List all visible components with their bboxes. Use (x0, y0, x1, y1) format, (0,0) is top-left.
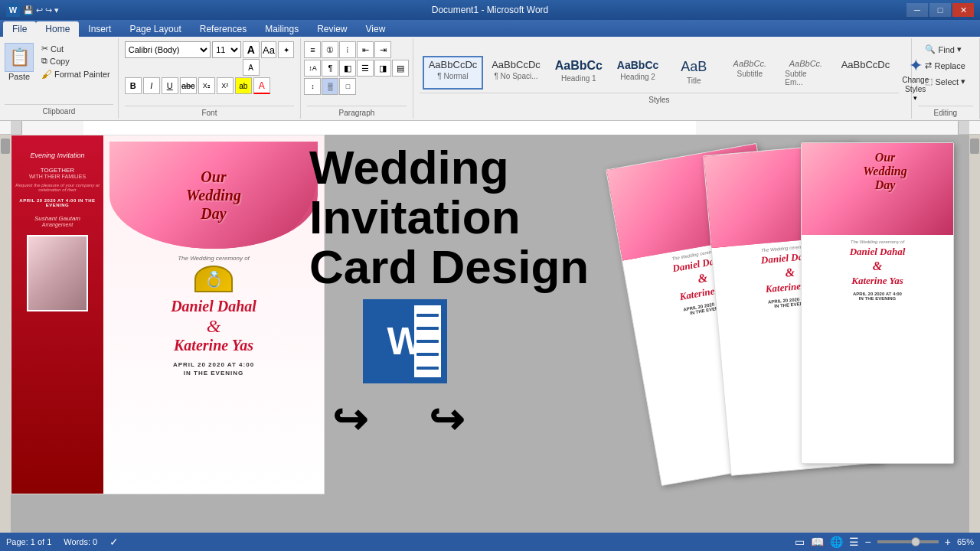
main-area: Evening Invitation TOGETHER WITH THEIR F… (0, 135, 980, 533)
zoom-out-button[interactable]: − (865, 536, 871, 548)
subscript-button[interactable]: X₂ (198, 77, 215, 94)
save-icon[interactable]: 💾 (23, 5, 34, 15)
superscript-button[interactable]: X² (217, 77, 234, 94)
italic-button[interactable]: I (143, 77, 160, 94)
paste-button[interactable]: 📋 Paste (5, 43, 34, 81)
style-heading1[interactable]: AaBbCc Heading 1 (549, 56, 609, 90)
font-group: Calibri (Body) 11 A A Aa ✦ B I U abc X₂ … (119, 38, 301, 119)
undo-icon[interactable]: ↩ (36, 5, 43, 15)
scrollbar-left[interactable] (0, 135, 11, 533)
style-subtitle[interactable]: AaBbCc. Subtitle (723, 56, 776, 90)
outline-icon[interactable]: ☰ (849, 536, 859, 548)
show-marks-button[interactable]: ¶ (322, 60, 338, 77)
find-button[interactable]: 🔍 Find ▾ (922, 43, 969, 56)
tab-mailings[interactable]: Mailings (256, 21, 308, 37)
style-title[interactable]: AaB Title (667, 56, 720, 90)
style-heading2-label: Heading 2 (620, 73, 655, 81)
logo-line-4 (416, 353, 439, 356)
date-text-left: APRIL 20 2020 AT 4:00 IN THE EVENING (15, 198, 100, 207)
justify-button[interactable]: ▤ (392, 60, 409, 77)
align-center-button[interactable]: ☰ (357, 60, 374, 77)
shading-button[interactable]: ▒ (322, 78, 338, 95)
copy-button[interactable]: ⧉ Copy (38, 55, 113, 67)
grow-font-button[interactable]: A (243, 41, 260, 58)
line-spacing-button[interactable]: ↕ (304, 78, 321, 95)
together-text: TOGETHER (41, 167, 74, 174)
quick-access-toolbar: 💾 ↩ ↪ ▾ (23, 5, 59, 15)
tab-file[interactable]: File (3, 21, 36, 37)
clear-format-button[interactable]: Aa (261, 41, 277, 58)
logo-line-2 (416, 327, 439, 330)
arrangement-text: Arrangement (42, 222, 73, 227)
web-layout-icon[interactable]: 🌐 (830, 536, 843, 548)
card-right-column: OurWeddingDay The Wedding ceremony of 💍 … (103, 135, 324, 494)
increase-indent-button[interactable]: ⇥ (374, 41, 391, 58)
clipboard-group: 📋 Paste ✂ Cut ⧉ Copy 🖌 Format Painter Cl… (0, 38, 119, 119)
font-family-select[interactable]: Calibri (Body) (125, 41, 211, 58)
window-controls: ─ □ ✕ (906, 3, 974, 17)
tab-review[interactable]: Review (308, 21, 356, 37)
shrink-font-button[interactable]: A (243, 59, 260, 76)
paste-icon: 📋 (5, 43, 34, 72)
title-line3: Card Design (309, 242, 616, 292)
bullets-button[interactable]: ≡ (304, 41, 321, 58)
katerine-yas-text: Katerine Yas (174, 337, 253, 354)
close-button[interactable]: ✕ (952, 3, 974, 17)
align-left-button[interactable]: ◧ (339, 60, 356, 77)
right-arrow: ↪ (429, 395, 464, 444)
numbering-button[interactable]: ① (322, 41, 338, 58)
print-layout-icon[interactable]: ▭ (795, 536, 805, 548)
flowers-area: OurWeddingDay (109, 142, 318, 249)
dropdown-icon[interactable]: ▾ (54, 5, 59, 15)
scissors-icon: ✂ (41, 44, 48, 54)
multilevel-button[interactable]: ⁝ (339, 41, 356, 58)
tab-page-layout[interactable]: Page Layout (120, 21, 190, 37)
style-heading2[interactable]: AaBbCc Heading 2 (611, 56, 665, 90)
zoom-slider[interactable] (877, 540, 939, 543)
replace-icon: ⇄ (925, 60, 932, 70)
page-info: Page: 1 of 1 (6, 537, 51, 546)
zoom-in-button[interactable]: + (945, 536, 951, 548)
full-reading-icon[interactable]: 📖 (811, 536, 824, 548)
style-subtitle-label: Subtitle (737, 70, 763, 78)
status-left: Page: 1 of 1 Words: 0 ✓ (6, 536, 119, 548)
tab-references[interactable]: References (191, 21, 256, 37)
paragraph-group: ≡ ① ⁝ ⇤ ⇥ ↕A ¶ ◧ ☰ ◨ ▤ ↕ ▒ □ Paragraph (301, 38, 413, 119)
find-arrow: ▾ (957, 44, 962, 54)
groom-name-left: Sushant Gautam (34, 215, 80, 222)
text-color-button[interactable]: A (253, 77, 270, 94)
style-extra[interactable]: AaBbCcDc (835, 56, 897, 90)
underline-button[interactable]: U (162, 77, 178, 94)
editing-buttons: 🔍 Find ▾ ⇄ Replace ⬚ Select ▾ (916, 40, 975, 91)
copy-icon: ⧉ (41, 56, 47, 66)
redo-icon[interactable]: ↪ (45, 5, 52, 15)
format-painter-button[interactable]: 🖌 Format Painter (38, 67, 113, 81)
border-button[interactable]: □ (339, 78, 356, 95)
align-right-button[interactable]: ◨ (374, 60, 391, 77)
tab-home[interactable]: Home (36, 21, 79, 37)
style-subtle-em[interactable]: AaBbCc. Subtle Em... (779, 56, 832, 90)
minimize-button[interactable]: ─ (906, 3, 928, 17)
select-button[interactable]: ⬚ Select ▾ (922, 75, 969, 88)
scrollbar-right[interactable] (969, 135, 980, 533)
style-no-spacing[interactable]: AaBbCcDc ¶ No Spaci... (485, 56, 547, 90)
clipboard-label: Clipboard (5, 104, 113, 116)
change-case-button[interactable]: ✦ (278, 41, 294, 58)
replace-button[interactable]: ⇄ Replace (922, 59, 969, 72)
decrease-indent-button[interactable]: ⇤ (357, 41, 374, 58)
font-size-select[interactable]: 11 (212, 41, 241, 58)
window-title: Document1 - Microsoft Word (432, 5, 549, 15)
word-icon: W (6, 3, 20, 17)
sort-button[interactable]: ↕A (304, 60, 321, 77)
tab-insert[interactable]: Insert (79, 21, 120, 37)
cut-button[interactable]: ✂ Cut (38, 43, 113, 54)
maximize-button[interactable]: □ (929, 3, 951, 17)
highlight-button[interactable]: ab (235, 77, 252, 94)
style-no-spacing-preview: AaBbCcDc (492, 59, 541, 70)
bold-button[interactable]: B (125, 77, 142, 94)
tab-view[interactable]: View (357, 21, 395, 37)
styles-group: AaBbCcDc ¶ Normal AaBbCcDc ¶ No Spaci...… (413, 38, 912, 119)
strikethrough-button[interactable]: abc (180, 77, 197, 94)
right-card-3-top: OurWeddingDay (802, 143, 953, 235)
style-normal[interactable]: AaBbCcDc ¶ Normal (423, 56, 484, 90)
